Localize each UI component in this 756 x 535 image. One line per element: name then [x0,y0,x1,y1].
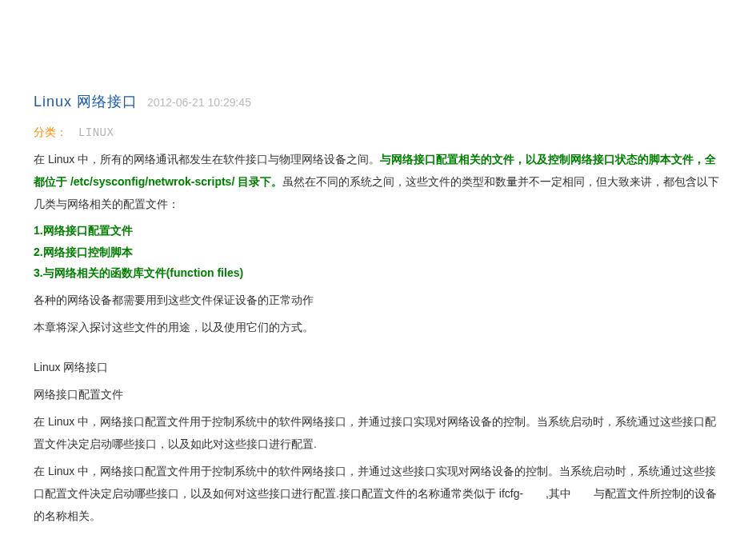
list-item-3: 3.与网络相关的函数库文件(function files) [34,262,722,284]
intro-paragraph: 在 Linux 中，所有的网络通讯都发生在软件接口与物理网络设备之间。与网络接口… [34,148,722,215]
publish-timestamp: 2012-06-21 10:29:45 [147,96,251,109]
intro-prefix: 在 Linux 中，所有的网络通讯都发生在软件接口与物理网络设备之间。 [34,153,380,166]
list-item-1: 1.网络接口配置文件 [34,220,722,242]
list-item-2: 2.网络接口控制脚本 [34,242,722,263]
paragraph-ethernet: 在所有的网络接口中，我们日常中最常用到的接口类型就是以太网接口。 [34,532,722,535]
section-heading-config: 网络接口配置文件 [34,383,722,405]
paragraph-chapter: 本章将深入探讨这些文件的用途，以及使用它们的方式。 [34,316,722,338]
paragraph-devices: 各种的网络设备都需要用到这些文件保证设备的正常动作 [34,289,722,311]
category-value[interactable]: LINUX [78,126,114,139]
page-title: Linux 网络接口 [34,94,138,110]
header: Linux 网络接口 2012-06-21 10:29:45 [34,92,722,111]
paragraph-config-1: 在 Linux 中，网络接口配置文件用于控制系统中的软件网络接口，并通过接口实现… [34,410,722,455]
paragraph-config-2: 在 Linux 中，网络接口配置文件用于控制系统中的软件网络接口，并通过这些接口… [34,460,722,527]
config-file-list: 1.网络接口配置文件 2.网络接口控制脚本 3.与网络相关的函数库文件(func… [34,220,722,284]
category-label: 分类： [34,126,67,138]
section-heading-linux: Linux 网络接口 [34,356,722,378]
article-body: 在 Linux 中，所有的网络通讯都发生在软件接口与物理网络设备之间。与网络接口… [34,148,722,535]
category-row: 分类： LINUX [34,126,722,140]
